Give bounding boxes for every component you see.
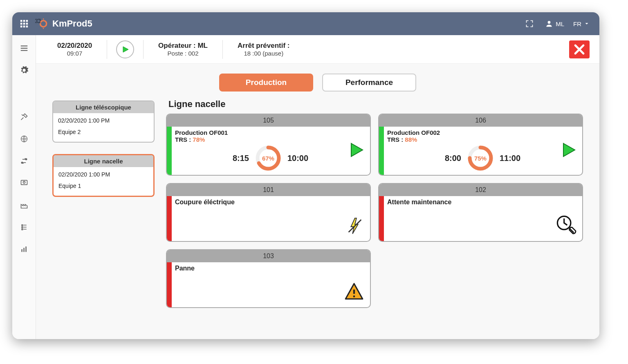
arret-label: Arrêt préventif : — [238, 42, 290, 50]
line-card-telescopique[interactable]: Ligne téléscopique 02/20/2020 1:00 PM Eq… — [52, 100, 155, 143]
line-card-nacelle[interactable]: Ligne nacelle 02/20/2020 1:00 PM Equipe … — [52, 154, 155, 197]
line-card-team: Equipe 2 — [58, 129, 149, 135]
trs-label: TRS : — [175, 136, 193, 143]
status-stripe — [167, 262, 172, 307]
date-value: 02/20/2020 — [57, 42, 92, 50]
bolt-icon — [345, 217, 364, 237]
svg-rect-26 — [353, 290, 355, 294]
machine-card-103[interactable]: 103 Panne — [166, 249, 371, 308]
language-label: FR — [573, 20, 581, 27]
svg-rect-2 — [26, 20, 28, 22]
poste-label: Poste : 002 — [168, 50, 199, 57]
clock-wrench-icon — [555, 214, 576, 237]
svg-rect-18 — [23, 248, 25, 252]
main: 02/20/2020 09:07 Opérateur : ML Poste : … — [36, 35, 599, 339]
user-menu[interactable]: ML — [545, 20, 564, 28]
svg-rect-0 — [20, 20, 22, 22]
arret-cell: Arrêt préventif : 18 :00 (pause) — [226, 42, 301, 57]
svg-rect-3 — [20, 23, 22, 25]
svg-rect-19 — [25, 246, 27, 252]
trs-value: 88% — [405, 136, 417, 143]
tools-icon[interactable] — [19, 112, 29, 122]
line-card-title: Ligne téléscopique — [53, 101, 154, 113]
trs-value: 78% — [193, 136, 205, 143]
play-icon[interactable] — [558, 140, 578, 161]
svg-point-11 — [548, 21, 551, 24]
end-time: 10:00 — [287, 154, 308, 163]
warning-icon — [344, 281, 364, 303]
svg-point-13 — [21, 162, 22, 163]
production-title: Production OF001 — [175, 129, 366, 136]
app-title: KmProd5 — [52, 18, 92, 29]
progress-pct: 75% — [467, 145, 494, 172]
line-card-datetime: 02/20/2020 1:00 PM — [58, 117, 149, 124]
trs-label: TRS : — [387, 136, 405, 143]
language-menu[interactable]: FR — [573, 20, 592, 27]
user-label: ML — [556, 20, 564, 27]
end-time: 11:00 — [500, 154, 520, 163]
fullscreen-button[interactable] — [525, 20, 536, 28]
line-card-datetime: 02/20/2020 1:00 PM — [58, 171, 148, 178]
machine-panel: Ligne nacelle 105 Production OF001 TRS :… — [166, 99, 583, 331]
status-label: Panne — [175, 265, 366, 272]
tab-production[interactable]: Production — [219, 74, 313, 92]
machine-card-101[interactable]: 101 Coupure éléctrique — [166, 183, 371, 242]
svg-rect-27 — [353, 295, 355, 297]
start-time: 8:00 — [445, 154, 461, 163]
gear-icon[interactable] — [19, 65, 29, 75]
time-value: 09:07 — [67, 50, 83, 57]
play-icon[interactable] — [346, 140, 366, 161]
operator-label: Opérateur : ML — [158, 42, 208, 50]
factory-icon[interactable] — [19, 200, 29, 210]
machine-card-105[interactable]: 105 Production OF001 TRS : 78% 8:15 — [166, 114, 371, 176]
line-list: Ligne téléscopique 02/20/2020 1:00 PM Eq… — [52, 99, 155, 331]
progress-donut: 75% — [467, 145, 494, 172]
svg-rect-1 — [23, 20, 25, 22]
svg-rect-4 — [23, 23, 25, 25]
machine-card-102[interactable]: 102 Attente maintenance — [378, 183, 583, 242]
status-stripe — [379, 196, 384, 241]
play-button[interactable] — [116, 40, 134, 58]
machine-id: 105 — [167, 114, 370, 127]
machine-id: 101 — [167, 184, 370, 196]
status-stripe — [167, 196, 172, 241]
production-title: Production OF002 — [387, 129, 578, 136]
app-logo-icon — [34, 17, 48, 31]
machine-grid: 105 Production OF001 TRS : 78% 8:15 — [166, 114, 583, 308]
sidebar — [12, 35, 36, 339]
machine-id: 106 — [379, 114, 582, 127]
status-label: Attente maintenance — [387, 199, 578, 206]
status-stripe — [167, 127, 172, 175]
close-button[interactable] — [569, 40, 590, 58]
svg-rect-7 — [23, 26, 25, 28]
svg-rect-5 — [26, 23, 28, 25]
line-card-title: Ligne nacelle — [54, 155, 153, 167]
tab-performance[interactable]: Performance — [322, 74, 416, 92]
tabs: Production Performance — [36, 74, 599, 92]
svg-rect-8 — [26, 26, 28, 28]
progress-donut: 67% — [255, 145, 282, 172]
content: Ligne téléscopique 02/20/2020 1:00 PM Eq… — [36, 96, 599, 339]
machine-id: 102 — [379, 184, 582, 196]
monitor-icon[interactable] — [19, 178, 29, 188]
svg-rect-15 — [21, 180, 27, 185]
status-label: Coupure éléctrique — [175, 199, 366, 206]
line-card-team: Equipe 1 — [58, 183, 148, 189]
topbar: KmProd5 ML FR — [12, 12, 599, 35]
svg-rect-17 — [21, 249, 22, 252]
apps-grid-icon[interactable] — [20, 19, 29, 28]
globe-icon[interactable] — [19, 134, 29, 144]
svg-rect-6 — [20, 26, 22, 28]
svg-point-16 — [23, 181, 25, 183]
arret-value: 18 :00 (pause) — [244, 50, 283, 57]
exchange-icon[interactable] — [19, 156, 29, 166]
app-frame: KmProd5 ML FR — [12, 12, 599, 339]
selected-line-title: Ligne nacelle — [168, 99, 583, 109]
progress-pct: 67% — [255, 145, 282, 172]
svg-point-14 — [25, 159, 27, 160]
list-icon[interactable] — [19, 222, 29, 232]
machine-card-106[interactable]: 106 Production OF002 TRS : 88% 8:00 — [378, 114, 583, 176]
chart-icon[interactable] — [19, 244, 29, 254]
operator-cell: Opérateur : ML Poste : 002 — [147, 42, 219, 57]
menu-icon[interactable] — [19, 43, 29, 53]
